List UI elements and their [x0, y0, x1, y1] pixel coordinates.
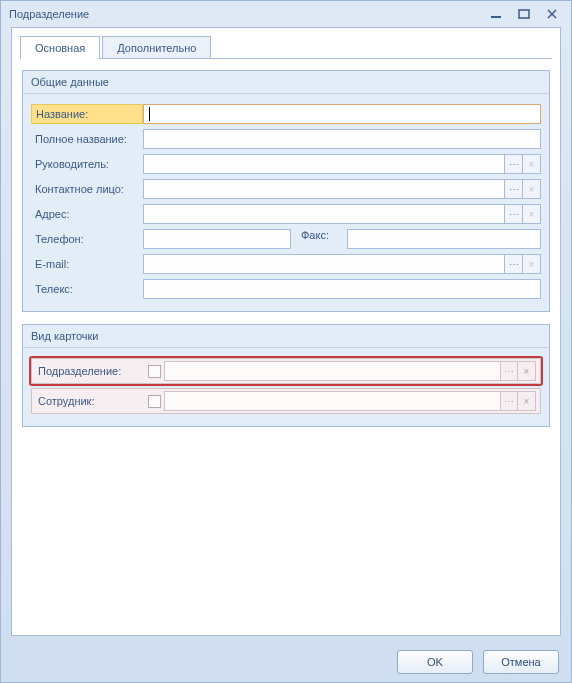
group-general-title: Общие данные: [23, 71, 549, 94]
card-employee-input[interactable]: [164, 391, 500, 411]
phone-label: Телефон:: [31, 230, 143, 248]
fax-input[interactable]: [347, 229, 541, 249]
contact-browse-button[interactable]: ⋯: [505, 179, 523, 199]
contact-clear-button[interactable]: ×: [523, 179, 541, 199]
manager-clear-button[interactable]: ×: [523, 154, 541, 174]
group-general: Общие данные Название: Полное название:: [22, 70, 550, 312]
window-title: Подразделение: [9, 8, 479, 20]
card-department-input[interactable]: [164, 361, 500, 381]
email-browse-button[interactable]: ⋯: [505, 254, 523, 274]
card-employee-row: Сотрудник: ⋯ ×: [31, 388, 541, 414]
address-input[interactable]: [143, 204, 505, 224]
card-department-checkbox[interactable]: [148, 365, 161, 378]
card-employee-clear-button[interactable]: ×: [518, 391, 536, 411]
fullname-label: Полное название:: [31, 130, 143, 148]
telex-input[interactable]: [143, 279, 541, 299]
tab-extra[interactable]: Дополнительно: [102, 36, 211, 59]
card-department-clear-button[interactable]: ×: [518, 361, 536, 381]
svg-rect-1: [519, 10, 529, 18]
tab-strip: Основная Дополнительно: [12, 28, 560, 59]
card-employee-browse-button[interactable]: ⋯: [500, 391, 518, 411]
close-icon[interactable]: [541, 6, 563, 22]
maximize-icon[interactable]: [513, 6, 535, 22]
card-employee-checkbox[interactable]: [148, 395, 161, 408]
card-department-label: Подразделение:: [36, 365, 144, 377]
tab-body-main: Общие данные Название: Полное название:: [12, 60, 560, 635]
address-clear-button[interactable]: ×: [523, 204, 541, 224]
button-bar: OK Отмена: [1, 642, 571, 682]
manager-input[interactable]: [143, 154, 505, 174]
fax-label: Факс:: [291, 229, 347, 249]
card-department-browse-button[interactable]: ⋯: [500, 361, 518, 381]
ok-button[interactable]: OK: [397, 650, 473, 674]
contact-label: Контактное лицо:: [31, 180, 143, 198]
card-department-row: Подразделение: ⋯ ×: [31, 358, 541, 384]
text-caret: [149, 107, 150, 121]
svg-rect-0: [491, 16, 501, 18]
tab-main[interactable]: Основная: [20, 36, 100, 59]
content-panel: Основная Дополнительно Общие данные Назв…: [11, 27, 561, 636]
name-input[interactable]: [143, 104, 541, 124]
email-clear-button[interactable]: ×: [523, 254, 541, 274]
group-card: Вид карточки Подразделение: ⋯ × Сотрудни…: [22, 324, 550, 427]
window: Подразделение Основная Дополнительно Общ…: [0, 0, 572, 683]
phone-input[interactable]: [143, 229, 291, 249]
email-label: E-mail:: [31, 255, 143, 273]
cancel-button[interactable]: Отмена: [483, 650, 559, 674]
name-label: Название:: [31, 104, 143, 124]
fullname-input[interactable]: [143, 129, 541, 149]
group-card-title: Вид карточки: [23, 325, 549, 348]
manager-label: Руководитель:: [31, 155, 143, 173]
address-browse-button[interactable]: ⋯: [505, 204, 523, 224]
address-label: Адрес:: [31, 205, 143, 223]
telex-label: Телекс:: [31, 280, 143, 298]
manager-browse-button[interactable]: ⋯: [505, 154, 523, 174]
contact-input[interactable]: [143, 179, 505, 199]
card-employee-label: Сотрудник:: [36, 395, 144, 407]
email-input[interactable]: [143, 254, 505, 274]
titlebar: Подразделение: [1, 1, 571, 27]
minimize-icon[interactable]: [485, 6, 507, 22]
